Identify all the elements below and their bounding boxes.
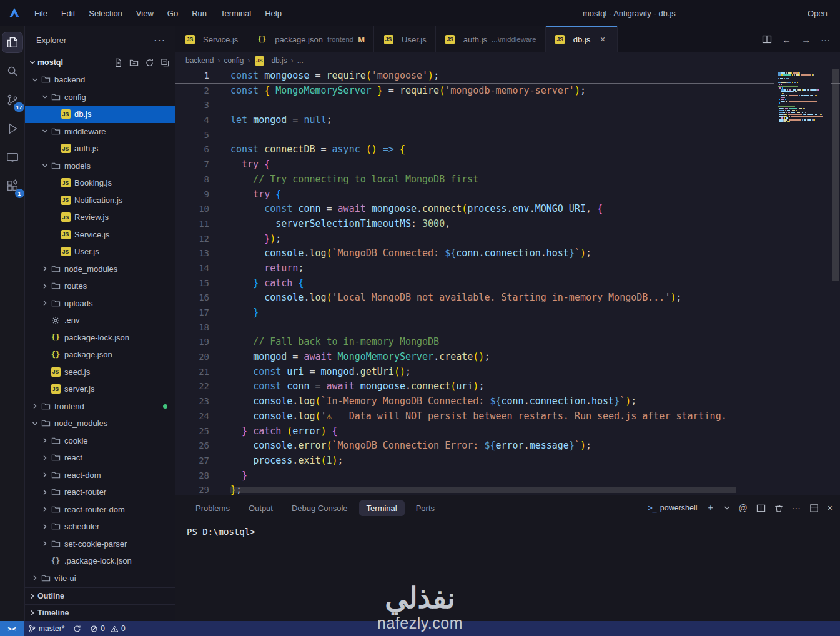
tree-item-server-js[interactable]: JSserver.js <box>25 380 175 398</box>
code-line-7[interactable]: 7 try { <box>175 157 840 172</box>
tree-item-config[interactable]: config <box>25 89 175 106</box>
editor-more-actions-icon[interactable]: ··· <box>821 34 830 45</box>
code-line-8[interactable]: 8 // Try connecting to local MongoDB fir… <box>175 172 840 187</box>
menu-view[interactable]: View <box>129 6 161 21</box>
breadcrumb-backend[interactable]: backend <box>185 56 214 65</box>
code-line-17[interactable]: 17 } <box>175 306 840 320</box>
minimap[interactable] <box>774 69 831 495</box>
kill-terminal-icon[interactable] <box>774 504 783 513</box>
workspace-row[interactable]: mostql <box>25 54 175 71</box>
split-terminal-icon[interactable] <box>756 504 766 513</box>
panel-tab-terminal[interactable]: Terminal <box>359 500 405 516</box>
code-line-23[interactable]: 23 console.log(`In-Memory MongoDB Connec… <box>175 394 840 409</box>
code-line-2[interactable]: 2const { MongoMemoryServer } = require('… <box>175 84 840 99</box>
tree-item-set-cookie-parser[interactable]: set-cookie-parser <box>25 535 175 553</box>
new-file-icon[interactable] <box>114 58 123 67</box>
tree-item-uploads[interactable]: uploads <box>25 295 175 312</box>
tree-item-routes[interactable]: routes <box>25 277 175 295</box>
tree-item-notification-js[interactable]: JSNotification.js <box>25 192 175 209</box>
code-line-10[interactable]: 10 const conn = await mongoose.connect(p… <box>175 202 840 217</box>
maximize-panel-icon[interactable] <box>809 504 819 513</box>
code-line-12[interactable]: 12 }); <box>175 232 840 247</box>
tree-item-user-js[interactable]: JSUser.js <box>25 243 175 261</box>
tree-item-node-modules[interactable]: node_modules <box>25 261 175 278</box>
activity-search-icon[interactable] <box>2 61 22 81</box>
terminal-profile-chevron-icon[interactable] <box>724 505 730 511</box>
tree-item-package-lock-json[interactable]: {}.package-lock.json <box>25 552 175 570</box>
tree-item-package-lock-json[interactable]: {}package-lock.json <box>25 329 175 347</box>
code-line-4[interactable]: 4let mongod = null; <box>175 113 840 128</box>
code-line-27[interactable]: 27 process.exit(1); <box>175 454 840 469</box>
activity-source-control-icon[interactable]: 17 <box>2 90 22 110</box>
git-branch-status[interactable]: master* <box>24 621 69 636</box>
activity-remote-explorer-icon[interactable] <box>2 147 22 167</box>
tree-item-cookie[interactable]: cookie <box>25 432 175 450</box>
menu-file[interactable]: File <box>27 6 54 21</box>
refresh-icon[interactable] <box>145 58 154 67</box>
breadcrumb-[interactable]: ... <box>297 56 304 65</box>
split-editor-icon[interactable] <box>762 34 772 44</box>
code-line-1[interactable]: 1const mongoose = require('mongoose'); <box>175 69 840 84</box>
collapse-folders-icon[interactable] <box>161 58 170 67</box>
code-line-3[interactable]: 3 <box>175 98 840 113</box>
tab-user-js[interactable]: JSUser.js <box>374 26 436 52</box>
vertical-scrollbar[interactable] <box>831 69 840 495</box>
code-line-6[interactable]: 6const connectDB = async () => { <box>175 142 840 157</box>
tree-item-db-js[interactable]: JSdb.js <box>25 106 175 123</box>
menu-run[interactable]: Run <box>185 6 214 21</box>
menu-terminal[interactable]: Terminal <box>214 6 258 21</box>
code-line-24[interactable]: 24 console.log('⚠ Data will NOT persist … <box>175 409 840 424</box>
code-line-14[interactable]: 14 return; <box>175 261 840 276</box>
code-line-25[interactable]: 25 } catch (error) { <box>175 424 840 439</box>
explorer-more-icon[interactable]: ··· <box>154 36 166 45</box>
tree-item-scheduler[interactable]: scheduler <box>25 518 175 535</box>
activity-explorer-icon[interactable] <box>2 32 22 52</box>
code-line-22[interactable]: 22 const conn = await mongoose.connect(u… <box>175 379 840 394</box>
navigate-back-icon[interactable]: ← <box>782 34 791 45</box>
shell-selector[interactable]: >_ powershell <box>648 504 697 512</box>
menu-edit[interactable]: Edit <box>54 6 82 21</box>
tab-auth-js[interactable]: JSauth.js...\middleware <box>436 26 546 52</box>
code-line-26[interactable]: 26 console.error(`MongoDB Connection Err… <box>175 439 840 454</box>
tree-item-seed-js[interactable]: JSseed.js <box>25 364 175 381</box>
panel-tab-ports[interactable]: Ports <box>408 500 442 516</box>
tree-item-auth-js[interactable]: JSauth.js <box>25 140 175 157</box>
tab-db-js[interactable]: JSdb.js× <box>546 26 618 52</box>
code-line-16[interactable]: 16 console.log('Local MongoDB not availa… <box>175 291 840 306</box>
menu-selection[interactable]: Selection <box>82 6 129 21</box>
problems-status[interactable]: 0 0 <box>86 621 129 636</box>
code-line-15[interactable]: 15 } catch { <box>175 276 840 291</box>
menu-go[interactable]: Go <box>161 6 185 21</box>
tree-item-vite-ui[interactable]: vite-ui <box>25 570 175 587</box>
menu-help[interactable]: Help <box>258 6 289 21</box>
navigate-forward-icon[interactable]: → <box>801 34 811 45</box>
panel-tab-problems[interactable]: Problems <box>188 500 237 516</box>
code-line-20[interactable]: 20 mongod = await MongoMemoryServer.crea… <box>175 350 840 365</box>
tree-item-package-json[interactable]: {}package.json <box>25 346 175 364</box>
panel-tab-output[interactable]: Output <box>241 500 280 516</box>
panel-more-actions-icon[interactable]: ··· <box>792 503 801 513</box>
tree-item-review-js[interactable]: JSReview.js <box>25 209 175 226</box>
code-line-13[interactable]: 13 console.log(`MongoDB Connected: ${con… <box>175 246 840 261</box>
close-tab-icon[interactable]: × <box>597 34 608 45</box>
launch-profile-icon[interactable]: @ <box>739 503 748 513</box>
new-terminal-button[interactable]: ＋ <box>706 502 715 514</box>
horizontal-scrollbar[interactable] <box>230 487 736 493</box>
tree-item-env[interactable]: .env <box>25 312 175 329</box>
tree-item-middleware[interactable]: middleware <box>25 123 175 141</box>
code-line-28[interactable]: 28 } <box>175 469 840 484</box>
code-line-18[interactable]: 18 <box>175 320 840 335</box>
sync-changes-button[interactable] <box>69 621 86 636</box>
timeline-section[interactable]: Timeline <box>25 604 175 621</box>
new-folder-icon[interactable] <box>129 58 139 67</box>
close-panel-icon[interactable]: × <box>828 503 833 513</box>
breadcrumb-config[interactable]: config <box>224 56 244 65</box>
tree-item-service-js[interactable]: JSService.js <box>25 226 175 244</box>
tree-item-booking-js[interactable]: JSBooking.js <box>25 174 175 192</box>
tree-item-react-router[interactable]: react-router <box>25 484 175 501</box>
tree-item-react-router-dom[interactable]: react-router-dom <box>25 501 175 519</box>
tree-item-node-modules[interactable]: node_modules <box>25 415 175 432</box>
panel-tab-debug-console[interactable]: Debug Console <box>284 500 355 516</box>
code-line-11[interactable]: 11 serverSelectionTimeoutMS: 3000, <box>175 217 840 232</box>
code-line-5[interactable]: 5 <box>175 128 840 143</box>
